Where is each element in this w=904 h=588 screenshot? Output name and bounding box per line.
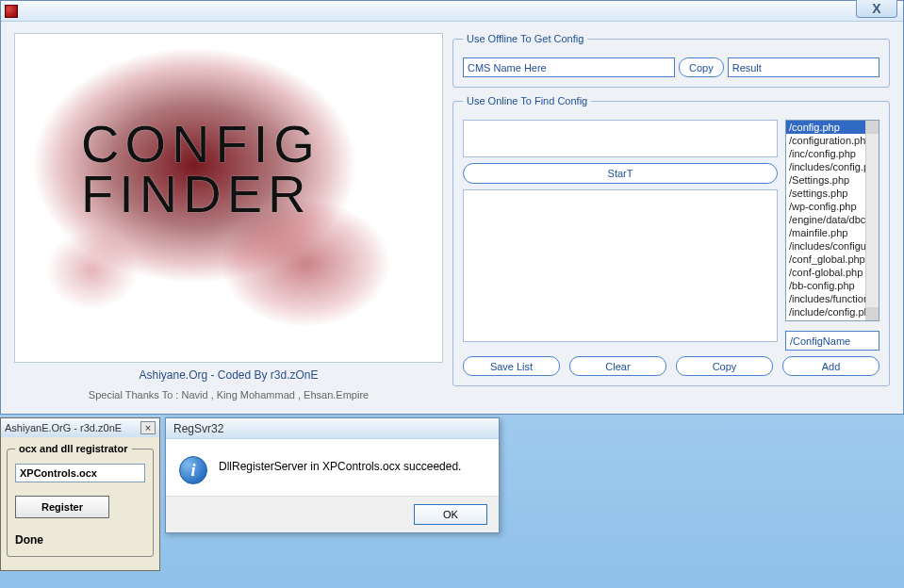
- register-status: Done: [15, 533, 145, 547]
- messagebox: RegSvr32 i DllRegisterServer in XPContro…: [165, 417, 500, 533]
- offline-group: Use Offline To Get Config Copy: [452, 33, 890, 88]
- listbox-item[interactable]: /engine/data/dbconfig.php: [786, 213, 865, 226]
- listbox-item[interactable]: /includes/config.php: [786, 160, 865, 173]
- listbox-item[interactable]: /settings.php: [786, 187, 865, 200]
- listbox-item[interactable]: /mainfile.php: [786, 226, 865, 239]
- start-button[interactable]: StarT: [463, 163, 778, 184]
- thanks-line: Special Thanks To : Navid , King Mohamma…: [14, 389, 443, 400]
- listbox-item[interactable]: /include/config.php: [786, 305, 865, 318]
- offline-legend: Use Offline To Get Config: [463, 33, 587, 44]
- register-button[interactable]: Register: [15, 496, 109, 518]
- results-area[interactable]: [463, 189, 778, 342]
- listbox-item[interactable]: /conf_global.php: [786, 253, 865, 266]
- banner-image: CONFIG FINDER: [14, 33, 443, 363]
- config-listbox[interactable]: /config.php/configuration.php/inc/config…: [785, 120, 879, 321]
- messagebox-title: RegSvr32: [166, 418, 499, 439]
- info-icon: i: [179, 456, 207, 484]
- messagebox-text: DllRegisterServer in XPControls.ocx succ…: [219, 456, 461, 473]
- cms-name-input[interactable]: [463, 57, 675, 77]
- listbox-item[interactable]: /configuration.php: [786, 134, 865, 147]
- listbox-item[interactable]: /includes/functions.php: [786, 292, 865, 305]
- clear-button[interactable]: Clear: [569, 356, 666, 376]
- listbox-item[interactable]: /includes/configure.php: [786, 239, 865, 253]
- registrator-group: ocx and dll registrator Register Done: [7, 443, 154, 557]
- online-legend: Use Online To Find Config: [463, 95, 591, 106]
- online-copy-button[interactable]: Copy: [676, 356, 773, 376]
- listbox-item[interactable]: /Settings.php: [786, 173, 865, 187]
- registrator-close-button[interactable]: ×: [140, 421, 156, 434]
- ocx-file-input[interactable]: [15, 464, 145, 482]
- listbox-item[interactable]: /inc/config.php: [786, 147, 865, 160]
- credit-line: Ashiyane.Org - Coded By r3d.zOnE: [14, 368, 443, 382]
- url-input-area[interactable]: [463, 120, 778, 157]
- banner-text-2: FINDER: [81, 169, 321, 219]
- config-name-input[interactable]: [785, 331, 879, 351]
- ok-button[interactable]: OK: [414, 504, 487, 525]
- app-icon: [5, 5, 18, 18]
- registrator-legend: ocx and dll registrator: [15, 443, 132, 454]
- listbox-item[interactable]: /wp-config.php: [786, 200, 865, 213]
- listbox-item[interactable]: /class/config/index.php: [786, 318, 865, 321]
- registrator-title-text: AshiyanE.OrG - r3d.z0nE: [5, 422, 122, 433]
- main-window: X CONFIG FINDER Ashiyane.Org - Coded By …: [0, 0, 904, 415]
- offline-copy-button[interactable]: Copy: [679, 57, 724, 77]
- registrator-titlebar: AshiyanE.OrG - r3d.z0nE ×: [1, 418, 159, 437]
- listbox-item[interactable]: /bb-config.php: [786, 279, 865, 292]
- online-group: Use Online To Find Config StarT /config.…: [452, 95, 890, 386]
- banner-text-1: CONFIG: [81, 119, 321, 169]
- listbox-scrollbar[interactable]: [865, 121, 879, 320]
- add-button[interactable]: Add: [782, 356, 879, 376]
- registrator-window: AshiyanE.OrG - r3d.z0nE × ocx and dll re…: [0, 417, 160, 571]
- listbox-item[interactable]: /config.php: [786, 121, 865, 134]
- save-list-button[interactable]: Save List: [463, 356, 560, 376]
- main-titlebar: X: [1, 1, 903, 22]
- offline-result-input[interactable]: [728, 57, 879, 77]
- listbox-item[interactable]: /conf-global.php: [786, 266, 865, 279]
- close-button[interactable]: X: [856, 0, 897, 18]
